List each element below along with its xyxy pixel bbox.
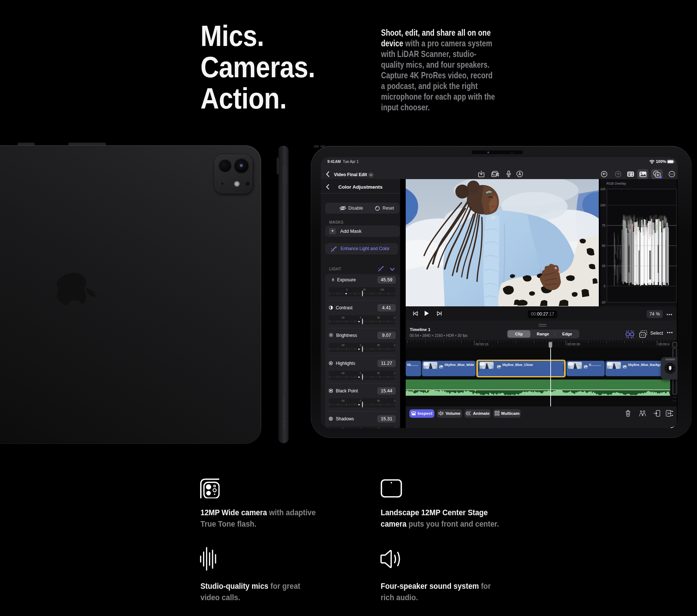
- svg-text:-50: -50: [341, 399, 345, 402]
- svg-text:25: 25: [602, 264, 606, 268]
- svg-text:100: 100: [394, 316, 395, 319]
- svg-text:100: 100: [380, 288, 384, 291]
- svg-text:100: 100: [394, 399, 395, 402]
- svg-text:50: 50: [377, 399, 380, 402]
- svg-text:0: 0: [360, 399, 361, 402]
- svg-text:-50: -50: [341, 427, 345, 428]
- svg-text:0: 0: [604, 284, 605, 288]
- svg-text:50: 50: [363, 288, 366, 291]
- svg-text:50: 50: [377, 427, 380, 428]
- svg-text:50: 50: [377, 344, 380, 346]
- svg-text:0: 0: [360, 372, 361, 374]
- svg-text:100: 100: [394, 427, 395, 428]
- svg-text:-50: -50: [341, 344, 345, 346]
- svg-text:50: 50: [602, 244, 606, 248]
- svg-text:0: 0: [360, 316, 361, 319]
- svg-text:50: 50: [377, 316, 380, 319]
- svg-text:100: 100: [394, 344, 395, 346]
- svg-text:-50: -50: [341, 316, 345, 319]
- svg-text:75: 75: [602, 224, 606, 227]
- svg-text:50: 50: [377, 372, 380, 374]
- svg-text:-20: -20: [601, 300, 606, 304]
- svg-text:0: 0: [360, 344, 361, 346]
- svg-text:0: 0: [346, 288, 348, 291]
- svg-text:0: 0: [360, 427, 361, 428]
- svg-text:-50: -50: [341, 372, 345, 374]
- svg-text:120: 120: [600, 187, 605, 191]
- svg-text:100: 100: [600, 203, 605, 207]
- svg-text:100: 100: [394, 372, 395, 374]
